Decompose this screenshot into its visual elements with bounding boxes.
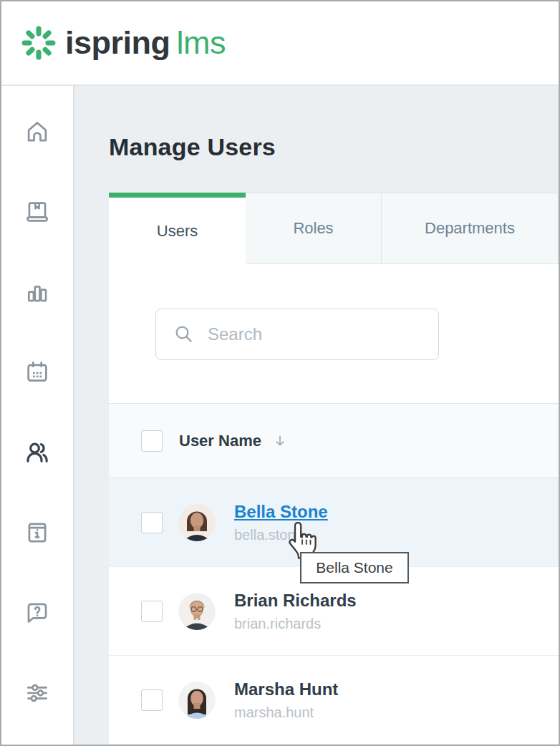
sidebar-item-courses[interactable]: [24, 198, 51, 226]
sidebar: [1, 86, 74, 745]
search-box[interactable]: [155, 309, 439, 360]
sidebar-item-reports[interactable]: [24, 278, 51, 306]
search-icon: [173, 324, 195, 345]
tab-roles[interactable]: Roles: [246, 193, 382, 264]
row-checkbox[interactable]: [141, 601, 163, 622]
users-panel: User Name: [109, 264, 559, 745]
table-row[interactable]: Marsha Hunt marsha.hunt: [109, 656, 559, 745]
tab-users-label: Users: [157, 222, 198, 241]
main-content: Manage Users Users Roles Departments: [74, 86, 559, 745]
ispring-logo[interactable]: ispring lms: [21, 24, 226, 62]
app-window: ispring lms: [0, 0, 560, 746]
ispring-flower-icon: [21, 25, 57, 61]
user-name-link[interactable]: Bella Stone: [234, 502, 328, 522]
tab-departments-label: Departments: [425, 219, 515, 238]
avatar: [178, 682, 216, 719]
user-login: marsha.hunt: [234, 704, 338, 721]
search-input[interactable]: [208, 324, 430, 344]
help-chat-icon: [24, 599, 51, 626]
tooltip-text: Bella Stone: [316, 559, 392, 576]
select-all-checkbox[interactable]: [141, 430, 163, 452]
tooltip: Bella Stone: [300, 552, 409, 583]
info-page-icon: [24, 519, 51, 546]
sidebar-item-settings[interactable]: [24, 679, 51, 707]
row-checkbox[interactable]: [141, 512, 163, 533]
column-user-name[interactable]: User Name: [179, 432, 261, 450]
sidebar-item-info[interactable]: [24, 519, 51, 546]
tab-departments[interactable]: Departments: [382, 193, 559, 264]
table-header-row: User Name: [109, 404, 559, 478]
sidebar-item-help[interactable]: [24, 599, 51, 626]
sidebar-item-home[interactable]: [24, 118, 51, 145]
bar-chart-icon: [24, 278, 51, 306]
avatar: [178, 504, 216, 541]
users-icon: [24, 439, 51, 466]
page-title: Manage Users: [109, 133, 559, 161]
row-checkbox[interactable]: [141, 689, 163, 711]
app-header: ispring lms: [1, 1, 559, 86]
book-icon: [24, 198, 51, 226]
sidebar-item-calendar[interactable]: [24, 359, 51, 386]
user-login: brian.richards: [234, 616, 357, 632]
user-name: Marsha Hunt: [234, 679, 338, 699]
sliders-icon: [24, 679, 51, 707]
tab-users[interactable]: Users: [109, 193, 246, 264]
home-icon: [24, 118, 51, 145]
sort-desc-icon[interactable]: [271, 432, 289, 450]
avatar: [178, 593, 216, 630]
tab-roles-label: Roles: [293, 219, 333, 238]
calendar-icon: [24, 359, 51, 386]
sidebar-item-users[interactable]: [24, 439, 51, 466]
logo-text-ispring: ispring: [65, 24, 170, 62]
user-login: bella.stone: [234, 527, 328, 543]
user-name: Brian Richards: [234, 591, 357, 611]
logo-text-lms: lms: [177, 24, 226, 62]
tab-bar: Users Roles Departments: [109, 193, 559, 264]
